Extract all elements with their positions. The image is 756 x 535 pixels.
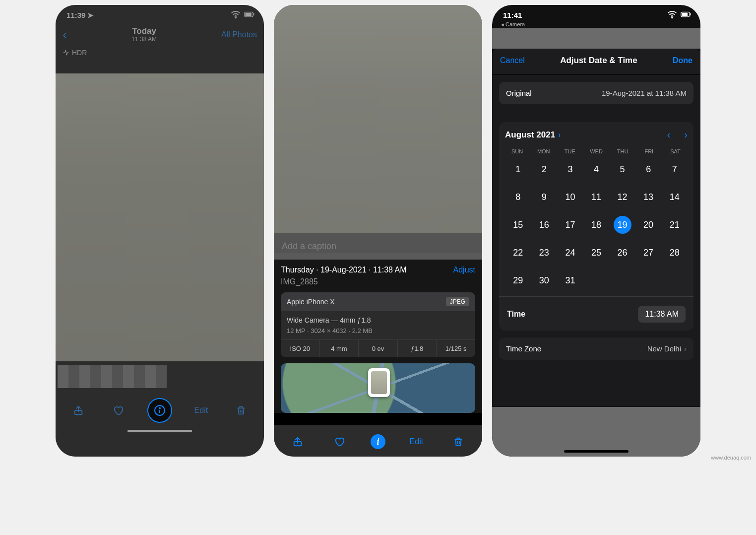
- edit-button[interactable]: Edit: [405, 431, 427, 453]
- photo-preview[interactable]: [56, 73, 264, 361]
- original-datetime-row: Original 19-Aug-2021 at 11:38 AM: [499, 82, 693, 104]
- home-indicator[interactable]: [127, 430, 192, 432]
- exif-focal: 4 mm: [320, 340, 359, 357]
- map-preview[interactable]: [281, 363, 475, 413]
- bottom-toolbar: Edit: [56, 392, 264, 427]
- calendar-day[interactable]: 22: [505, 244, 531, 262]
- status-bar: 11:39 ➤: [56, 5, 264, 22]
- timezone-value: New Delhi: [647, 344, 681, 353]
- location-icon: ➤: [87, 11, 94, 20]
- favorite-button[interactable]: [329, 431, 351, 453]
- favorite-button[interactable]: [108, 400, 129, 421]
- dim-overlay-top: [274, 5, 482, 253]
- calendar-day[interactable]: 14: [661, 188, 688, 206]
- calendar-day[interactable]: 2: [531, 160, 558, 178]
- delete-button[interactable]: [230, 400, 252, 421]
- calendar-day[interactable]: 8: [505, 188, 531, 206]
- calendar-day[interactable]: 20: [635, 216, 662, 234]
- calendar-day[interactable]: 7: [661, 160, 688, 178]
- calendar-day[interactable]: 19: [609, 216, 635, 234]
- calendar-day[interactable]: 24: [557, 244, 583, 262]
- calendar-day[interactable]: 17: [557, 216, 583, 234]
- home-indicator[interactable]: [564, 450, 629, 453]
- svg-rect-3: [253, 13, 254, 16]
- back-button[interactable]: ‹: [63, 27, 67, 43]
- svg-rect-2: [245, 13, 252, 16]
- wifi-icon: [667, 9, 678, 21]
- calendar-day[interactable]: 16: [531, 216, 558, 234]
- svg-rect-12: [690, 13, 691, 16]
- adjust-button[interactable]: Adjust: [453, 266, 475, 274]
- timezone-row[interactable]: Time Zone New Delhi ›: [499, 337, 693, 360]
- time-picker-button[interactable]: 11:38 AM: [638, 306, 686, 323]
- prev-month-button[interactable]: ‹: [667, 129, 671, 140]
- original-value: 19-Aug-2021 at 11:38 AM: [602, 89, 687, 97]
- info-button-active[interactable]: i: [371, 434, 385, 449]
- calendar-day[interactable]: 29: [505, 271, 531, 289]
- time-label: Time: [507, 310, 525, 319]
- background-dim-bottom: [492, 407, 700, 457]
- hdr-label: HDR: [72, 49, 87, 57]
- screen-photo-viewer: 11:39 ➤ ‹ Today 11:38 AM All Photos HD: [56, 5, 264, 457]
- watermark: www.deuaq.com: [711, 455, 751, 461]
- format-badge: JPEG: [446, 297, 469, 306]
- done-button[interactable]: Done: [673, 56, 693, 65]
- device-label: Apple iPhone X: [287, 298, 335, 306]
- all-photos-button[interactable]: All Photos: [221, 30, 257, 39]
- specs-label: 12 MP · 3024 × 4032 · 2.2 MB: [281, 326, 475, 339]
- share-button[interactable]: [67, 400, 89, 421]
- wifi-icon: [230, 9, 241, 21]
- calendar-day[interactable]: 21: [661, 216, 688, 234]
- filename-label: IMG_2885: [281, 277, 475, 286]
- svg-rect-11: [682, 13, 688, 16]
- battery-icon: [681, 9, 692, 21]
- calendar-day[interactable]: 30: [531, 271, 558, 289]
- calendar-day[interactable]: 11: [583, 188, 610, 206]
- status-time: 11:39: [66, 11, 85, 19]
- screen-adjust-datetime: 11:41 ◂ Camera Cancel Adjust Date & Time…: [492, 5, 700, 457]
- share-button[interactable]: [287, 431, 309, 453]
- battery-icon: [244, 9, 255, 21]
- nav-title: Today: [131, 26, 157, 36]
- hdr-badge: HDR: [56, 47, 264, 59]
- screen-photo-info: Add a caption Thursday · 19-Aug-2021 · 1…: [274, 5, 482, 457]
- calendar-day[interactable]: 25: [583, 244, 610, 262]
- original-label: Original: [506, 89, 532, 97]
- next-month-button[interactable]: ›: [684, 129, 688, 140]
- calendar-day[interactable]: 12: [609, 188, 635, 206]
- calendar-day[interactable]: 23: [531, 244, 558, 262]
- svg-point-7: [159, 408, 160, 409]
- calendar-day[interactable]: 26: [609, 244, 635, 262]
- status-time: 11:41: [503, 11, 522, 19]
- thumbnail-strip[interactable]: [58, 365, 167, 388]
- metadata-card: Apple iPhone X JPEG Wide Camera — 4mm ƒ1…: [281, 292, 475, 357]
- calendar-day[interactable]: 10: [557, 188, 583, 206]
- info-button[interactable]: [147, 398, 172, 423]
- nav-bar: ‹ Today 11:38 AM All Photos: [56, 22, 264, 47]
- calendar-day[interactable]: 31: [557, 271, 583, 289]
- exif-ev: 0 ev: [359, 340, 398, 357]
- calendar-day[interactable]: 9: [531, 188, 558, 206]
- divider: [499, 296, 693, 297]
- cancel-button[interactable]: Cancel: [500, 56, 525, 65]
- background-dim: [492, 28, 700, 49]
- calendar-day[interactable]: 27: [635, 244, 662, 262]
- calendar-day[interactable]: 13: [635, 188, 662, 206]
- svg-point-9: [672, 17, 673, 18]
- month-picker-button[interactable]: August 2021 ›: [505, 130, 561, 140]
- back-to-app[interactable]: ◂ Camera: [492, 21, 700, 28]
- calendar-day[interactable]: 3: [557, 160, 583, 178]
- calendar-day[interactable]: 15: [505, 216, 531, 234]
- calendar-grid[interactable]: 1234567891011121314151617181920212223242…: [505, 160, 688, 289]
- calendar-day[interactable]: 18: [583, 216, 610, 234]
- lens-label: Wide Camera — 4mm ƒ1.8: [281, 311, 475, 326]
- calendar-day[interactable]: 28: [661, 244, 688, 262]
- calendar-day[interactable]: 4: [583, 160, 610, 178]
- calendar-day[interactable]: 5: [609, 160, 635, 178]
- delete-button[interactable]: [447, 431, 469, 453]
- edit-button[interactable]: Edit: [190, 400, 212, 421]
- calendar-day[interactable]: 6: [635, 160, 662, 178]
- calendar-day[interactable]: 1: [505, 160, 531, 178]
- chevron-right-icon: ›: [684, 344, 687, 353]
- calendar-card: August 2021 › ‹ › SUNMONTUEWEDTHUFRISAT …: [499, 122, 693, 331]
